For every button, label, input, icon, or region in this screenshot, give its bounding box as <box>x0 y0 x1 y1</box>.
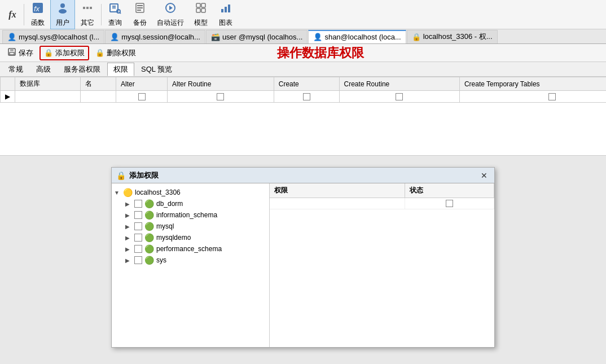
save-icon <box>7 47 16 58</box>
svg-rect-22 <box>221 9 223 12</box>
backup-icon <box>133 1 147 17</box>
checkbox-create-routine[interactable] <box>396 93 403 100</box>
main-area: 🔒 添加权限 ✕ ▼ 🟡 localhost_3306 <box>0 156 606 364</box>
col-create-routine: Create Routine <box>339 77 459 91</box>
checkbox-db-dorm[interactable] <box>134 200 142 208</box>
toolbar-other[interactable]: 其它 <box>75 0 100 29</box>
svg-rect-23 <box>225 7 227 12</box>
sub-tab-sql-preview-label: SQL 预览 <box>141 64 172 74</box>
svg-rect-26 <box>10 49 14 51</box>
sub-tab-sql-preview[interactable]: SQL 预览 <box>135 63 178 76</box>
svg-rect-5 <box>86 7 89 9</box>
svg-point-2 <box>60 3 65 8</box>
dialog-right-panel: 权限 状态 <box>270 183 494 347</box>
tree-item-performance-schema[interactable]: ▶ 🟢 performance_schema <box>123 243 269 255</box>
tab-label-5: localhost_3306 - 权... <box>423 32 493 42</box>
model-icon <box>194 1 208 17</box>
tree-item-information-schema[interactable]: ▶ 🟢 information_schema <box>123 209 269 221</box>
other-icon <box>81 1 94 17</box>
col-arrow <box>1 77 15 91</box>
svg-rect-14 <box>137 7 143 8</box>
db-icon-info: 🟢 <box>144 210 154 220</box>
svg-line-11 <box>120 12 121 14</box>
autorun-label: 自动运行 <box>157 18 184 28</box>
tab-localhost[interactable]: 🔒 localhost_3306 - 权... <box>407 30 498 43</box>
sub-tab-perm[interactable]: 权限 <box>107 63 134 76</box>
checkbox-sys[interactable] <box>134 256 142 264</box>
cell-alter-routine[interactable] <box>168 91 274 103</box>
cell-alter[interactable] <box>116 91 168 103</box>
toolbar-model[interactable]: 模型 <box>188 0 213 29</box>
dialog-close-button[interactable]: ✕ <box>478 171 490 180</box>
sub-tab-general[interactable]: 常规 <box>2 63 29 76</box>
fx-button[interactable]: fx <box>2 8 23 21</box>
tree-item-db-dorm[interactable]: ▶ 🟢 db_dorm <box>123 198 269 209</box>
toolbar-users[interactable]: 用户 <box>50 0 75 29</box>
tree-label-mysql: mysql <box>156 222 174 230</box>
svg-marker-17 <box>169 6 173 10</box>
dialog-tree: ▼ 🟡 localhost_3306 ▶ 🟢 db_dorm <box>112 183 270 347</box>
tab-label-1: mysql.sys@localhost (l... <box>19 33 99 41</box>
toolbar-backup[interactable]: 备份 <box>128 0 152 29</box>
toolbar-chart[interactable]: 图表 <box>213 0 238 29</box>
cell-create-routine[interactable] <box>339 91 459 103</box>
toolbar-query[interactable]: 查询 <box>103 0 128 29</box>
toolbar-functions[interactable]: fx 函数 <box>25 0 50 29</box>
tree-item-sys[interactable]: ▶ 🟢 sys <box>123 255 269 266</box>
checkbox-create-temp[interactable] <box>548 93 556 100</box>
toolbar-divider-1 <box>24 4 24 25</box>
col-alter-routine: Alter Routine <box>168 77 274 91</box>
cell-create-temp[interactable] <box>459 91 606 103</box>
dialog-body: ▼ 🟡 localhost_3306 ▶ 🟢 db_dorm <box>112 183 494 347</box>
save-button[interactable]: 保存 <box>3 46 37 60</box>
tab-label-2: mysql.session@localh... <box>121 33 200 41</box>
checkbox-alter[interactable] <box>138 93 146 100</box>
col-create: Create <box>274 77 339 91</box>
tree-item-mysqldemo[interactable]: ▶ 🟢 mysqldemo <box>123 232 269 243</box>
db-icon-db-dorm: 🟢 <box>144 199 154 208</box>
sub-tab-bar: 常规 高级 服务器权限 权限 SQL 预览 <box>0 62 606 77</box>
tab-user-icon-4: 👤 <box>313 33 322 41</box>
checkbox-info[interactable] <box>134 211 142 219</box>
tab-mysql-sys[interactable]: 👤 mysql.sys@localhost (l... <box>2 30 104 43</box>
cell-name <box>80 91 116 103</box>
tree-server-arrow: ▼ <box>114 190 123 196</box>
checkbox-mysql[interactable] <box>134 222 142 230</box>
checkbox-alter-routine[interactable] <box>217 93 224 100</box>
tree-item-mysql[interactable]: ▶ 🟢 mysql <box>123 221 269 232</box>
db-icon-sys: 🟢 <box>144 256 154 265</box>
functions-label: 函数 <box>31 18 45 28</box>
query-icon <box>108 1 122 17</box>
page-title: 操作数据库权限 <box>277 45 364 62</box>
checkbox-mysqldemo[interactable] <box>134 234 142 242</box>
sub-tab-perm-label: 权限 <box>113 64 128 74</box>
tab-lock-icon-5: 🔒 <box>412 33 421 41</box>
sub-tab-general-label: 常规 <box>8 64 23 74</box>
delete-privilege-button[interactable]: 🔒 删除权限 <box>91 46 140 60</box>
sub-tab-server-perm[interactable]: 服务器权限 <box>58 63 107 76</box>
right-cell-status[interactable] <box>405 198 494 209</box>
sub-tab-advanced[interactable]: 高级 <box>30 63 57 76</box>
table-row[interactable]: ▶ <box>1 91 607 103</box>
db-icon-mysql: 🟢 <box>144 222 154 231</box>
toolbar-divider-2 <box>101 4 102 25</box>
tree-children: ▶ 🟢 db_dorm ▶ 🟢 information_schema <box>112 198 269 266</box>
svg-rect-19 <box>201 3 205 7</box>
col-alter: Alter <box>116 77 168 91</box>
tab-user-mysql[interactable]: 🗃️ user @mysql (localhos... <box>206 30 308 43</box>
tree-server-item[interactable]: ▼ 🟡 localhost_3306 <box>112 187 269 198</box>
tab-shan[interactable]: 👤 shan@localhost (loca... <box>308 30 406 43</box>
checkbox-perf[interactable] <box>134 245 142 253</box>
tab-mysql-session[interactable]: 👤 mysql.session@localh... <box>105 30 205 43</box>
toolbar-autorun[interactable]: 自动运行 <box>152 0 188 29</box>
fx-icon: fx <box>8 10 16 20</box>
db-icon-mysqldemo: 🟢 <box>144 233 154 242</box>
tree-arrow-sys: ▶ <box>125 257 134 264</box>
checkbox-create[interactable] <box>303 93 310 100</box>
add-privilege-button[interactable]: 🔒 添加权限 <box>39 46 89 60</box>
functions-icon: fx <box>31 1 45 17</box>
svg-rect-4 <box>83 7 85 9</box>
right-panel-row <box>270 198 494 209</box>
cell-create[interactable] <box>274 91 339 103</box>
right-checkbox[interactable] <box>446 200 453 207</box>
